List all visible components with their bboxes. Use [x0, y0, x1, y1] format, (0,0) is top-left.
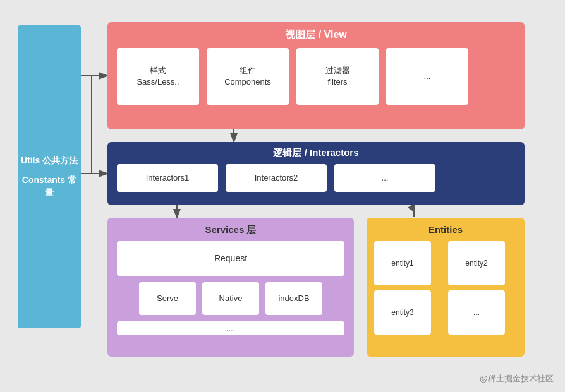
entities-grid: entity1 entity2 entity3 ... [374, 241, 517, 335]
entities-layer: Entities entity1 entity2 entity3 ... [367, 218, 525, 357]
services-layer: Services 层 Request Serve Native indexDB … [107, 218, 354, 357]
interactors-items-row: Interactors1 Interactors2 ... [117, 164, 515, 192]
interactors-layer: 逻辑层 / Interactors Interactors1 Interacto… [107, 142, 525, 205]
native-label: Native [219, 293, 243, 304]
indexdb-box: indexDB [265, 282, 322, 315]
services-bottom: Serve Native indexDB .... [117, 282, 344, 335]
entity-dots-label: ... [473, 307, 480, 318]
interactors-item-2-label: Interactors2 [255, 172, 298, 184]
view-item-filters-line2: filters [327, 76, 347, 88]
view-layer: 视图层 / View 样式 Sass/Less.. 组件 Components … [107, 22, 525, 129]
serve-box: Serve [139, 282, 196, 315]
interactors-item-dots-label: ... [382, 172, 389, 184]
entity-3: entity3 [374, 290, 431, 335]
view-item-components: 组件 Components [207, 48, 289, 105]
view-item-filters-line1: 过滤器 [325, 65, 350, 76]
view-item-dots: ... [386, 48, 468, 105]
left-sidebar: Utils 公共方法 Constants 常量 [18, 25, 81, 328]
serve-label: Serve [157, 293, 178, 304]
indexdb-label: indexDB [278, 293, 309, 304]
request-box: Request [117, 241, 344, 276]
entity-3-label: entity3 [391, 307, 413, 318]
entity-dots: ... [448, 290, 505, 335]
services-dots-label: .... [226, 324, 235, 333]
watermark: @稀土掘金技术社区 [480, 373, 554, 384]
view-item-dots-label: ... [424, 71, 431, 82]
interactors-item-dots: ... [334, 164, 435, 192]
interactors-layer-title: 逻辑层 / Interactors [117, 147, 515, 159]
entities-layer-title: Entities [374, 224, 517, 235]
view-item-styles: 样式 Sass/Less.. [117, 48, 199, 105]
services-row: Serve Native indexDB [139, 282, 322, 315]
request-label: Request [214, 252, 247, 265]
interactors-item-1-label: Interactors1 [146, 172, 190, 184]
interactors-item-2: Interactors2 [226, 164, 327, 192]
entity-2-label: entity2 [465, 258, 487, 269]
view-item-styles-line1: 样式 [150, 65, 166, 76]
view-item-components-line2: Components [224, 76, 271, 88]
main-diagram: Utils 公共方法 Constants 常量 视图层 / View 样式 Sa… [0, 0, 565, 392]
view-item-filters: 过滤器 filters [296, 48, 379, 105]
view-layer-title: 视图层 / View [117, 28, 515, 42]
services-layer-title: Services 层 [117, 224, 344, 236]
view-item-styles-line2: Sass/Less.. [137, 76, 179, 88]
utils-label: Utils 公共方法 [21, 155, 78, 167]
constants-label: Constants 常量 [18, 174, 81, 199]
interactors-item-1: Interactors1 [117, 164, 218, 192]
native-box: Native [202, 282, 259, 315]
entity-1: entity1 [374, 241, 431, 285]
entity-1-label: entity1 [391, 258, 413, 269]
view-items-row: 样式 Sass/Less.. 组件 Components 过滤器 filters… [117, 48, 515, 105]
entity-2: entity2 [448, 241, 505, 285]
view-item-components-line1: 组件 [240, 65, 256, 76]
services-dots: .... [117, 321, 344, 335]
